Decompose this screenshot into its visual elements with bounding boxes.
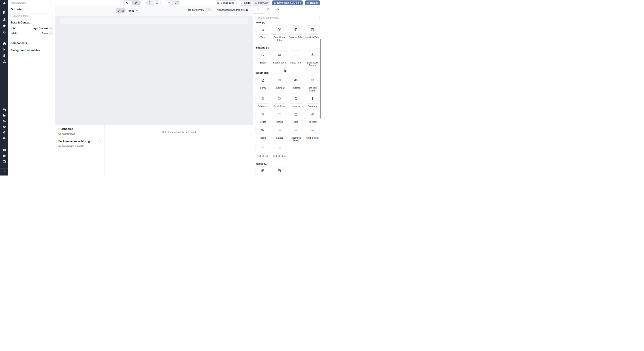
component-card-select-tab[interactable]: Select Tab [256, 144, 270, 157]
component-card-submit-form[interactable]: Submit form [272, 50, 287, 67]
rail-folder-open[interactable] [0, 114, 8, 118]
component-card-currency[interactable]: Currency [305, 94, 320, 107]
component-card-file-input[interactable]: File Input [305, 110, 320, 123]
component-card-select[interactable]: Select [272, 126, 287, 142]
component-label: Resource Select [289, 136, 304, 142]
component-card-textarea[interactable]: Textarea [289, 76, 304, 92]
ctx-expand-button[interactable] [49, 26, 53, 30]
save-draft-button[interactable]: Save draft Ctrl S [272, 0, 303, 5]
kbd-ctrl: Ctrl [290, 1, 297, 4]
component-card-multi-select[interactable]: Multi Select [305, 126, 320, 142]
info-icon[interactable] [246, 8, 248, 11]
rail-dollar[interactable] [0, 54, 8, 58]
mobile-view-button[interactable] [146, 1, 153, 5]
empty-component-dropzone[interactable] [60, 18, 248, 24]
rail-calendar[interactable] [0, 108, 8, 112]
frequency-dropdown[interactable]: once [128, 9, 138, 12]
component-card-download-button[interactable]: Download Button [305, 50, 320, 67]
rail-boxes[interactable] [0, 60, 8, 64]
tab-editor[interactable]: Editor [239, 1, 253, 5]
rail-bot[interactable] [0, 137, 8, 140]
pencil-icon [241, 1, 244, 4]
app-summary-input[interactable] [10, 1, 52, 5]
dollar-sign-icon [311, 97, 314, 101]
rail-play[interactable] [0, 48, 8, 52]
component-card-modal-form[interactable]: Modal Form [289, 50, 304, 67]
search-components-input[interactable] [256, 15, 320, 20]
save-draft-label: Save draft [277, 1, 289, 4]
recompute-button[interactable]: (0) [116, 8, 126, 13]
chevron-down-icon [50, 31, 52, 35]
rail-home[interactable] [0, 42, 8, 46]
info-icon[interactable] [88, 140, 90, 142]
rail-building[interactable] [0, 11, 8, 15]
app-canvas: (0) once Hide bar on view Author henri@w… [55, 6, 253, 125]
component-card-conditional-tabs[interactable]: Conditional tabs [272, 25, 287, 41]
search-outputs-input[interactable] [10, 13, 53, 18]
component-card-password[interactable]: Password [256, 94, 270, 107]
tab-component-settings[interactable] [263, 6, 273, 13]
rail-star[interactable] [0, 24, 8, 28]
component-grid [256, 167, 320, 175]
rail-discord[interactable] [0, 154, 8, 158]
scrollbar-thumb[interactable] [320, 39, 321, 118]
debug-runs-button[interactable]: Debug runs [215, 0, 237, 5]
component-label: Email Input [272, 105, 287, 107]
tab-insert-component[interactable] [253, 6, 263, 13]
rail-github[interactable] [0, 160, 8, 164]
components-scroll-area[interactable]: Tabs (2)12TabsConditional tabsSidebar Ta… [253, 22, 322, 175]
dollar-icon [2, 54, 6, 58]
rail-users-cog[interactable] [0, 120, 8, 123]
component-card-range[interactable]: Range [272, 110, 287, 123]
at-sign-icon [278, 97, 281, 101]
windmill-logo-icon[interactable] [0, 1, 8, 5]
tab-preview[interactable]: Preview [253, 1, 270, 5]
component-label: Select Tab [256, 155, 270, 157]
author-label: Author henri@windmill.dev [217, 8, 245, 11]
component-card-invisible-tabs[interactable]: Invisible Tabs [305, 25, 320, 41]
runnables-empty-text: No scripts/flows [58, 133, 102, 135]
component-label: Slider [256, 120, 270, 123]
discord-icon [2, 154, 6, 158]
component-card-email-input[interactable]: Email Input [272, 94, 287, 107]
component-card-form[interactable]: Form [256, 76, 270, 92]
component-card-number[interactable]: Number [289, 94, 304, 107]
component-card-rich-text-editor[interactable]: Rich Text Editor [305, 76, 320, 92]
component-card-resource-select[interactable]: Resource Select [289, 126, 304, 142]
save-icon [306, 1, 309, 4]
ctx-row[interactable]: ctx App Context [8, 26, 55, 31]
component-card-toggle[interactable]: Toggle [256, 126, 270, 142]
component-card-select-step[interactable]: Select Step [272, 144, 287, 157]
tab-theme[interactable] [273, 6, 283, 13]
undo-icon [126, 1, 129, 5]
hide-bar-toggle[interactable] [206, 8, 211, 11]
desktop-view-button[interactable] [153, 1, 160, 5]
component-card-text-input[interactable]: Text Input [272, 76, 287, 92]
rail-arrow-right[interactable] [0, 170, 8, 173]
redo-button[interactable] [132, 1, 140, 5]
component-label: Submit form [272, 61, 287, 64]
components-title: Components [10, 41, 53, 45]
rail-book-open[interactable] [0, 149, 8, 152]
center-components-button[interactable] [165, 1, 172, 5]
component-card-tabs[interactable]: 12Tabs [256, 25, 270, 41]
add-background-runnable-button[interactable] [98, 139, 102, 143]
outputs-title: Outputs [10, 7, 53, 11]
undo-button[interactable] [123, 1, 132, 5]
component-card-table[interactable] [256, 167, 270, 175]
state-row[interactable]: state State [8, 31, 55, 35]
deploy-button[interactable]: Deploy [305, 0, 320, 5]
component-card-table[interactable] [272, 167, 287, 175]
github-icon [2, 160, 6, 164]
rail-user[interactable] [0, 18, 8, 21]
rail-settings[interactable] [0, 131, 8, 135]
rail-eye[interactable] [0, 125, 8, 129]
rail-users[interactable] [0, 31, 8, 35]
component-card-sidebar-tabs[interactable]: Sidebar Tabs [289, 25, 304, 41]
component-card-date[interactable]: Date [289, 110, 304, 123]
component-card-slider[interactable]: Slider [256, 110, 270, 123]
state-expand-button[interactable] [49, 31, 53, 35]
preview-label: Preview [258, 1, 268, 4]
component-card-button[interactable]: Button [256, 50, 270, 67]
fullscreen-button[interactable] [173, 1, 180, 5]
